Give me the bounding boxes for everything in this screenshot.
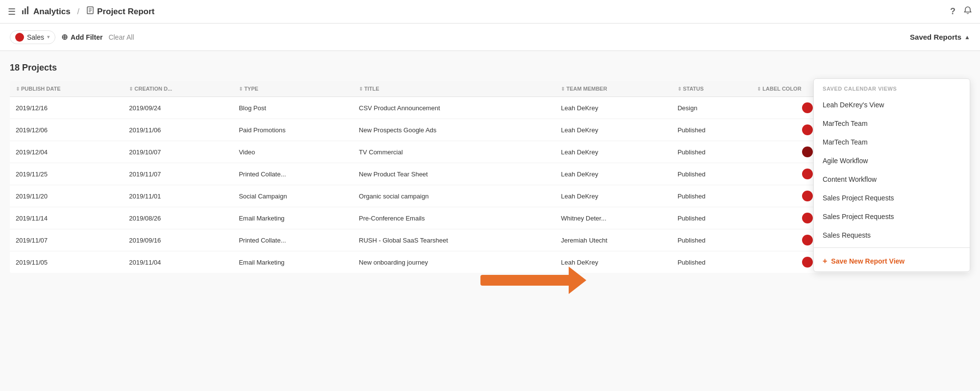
cell-type: Printed Collate... bbox=[233, 163, 353, 185]
dropdown-item[interactable]: Sales Project Requests bbox=[814, 207, 970, 226]
save-new-report-view-button[interactable]: + Save New Report View bbox=[814, 251, 970, 271]
saved-reports-button[interactable]: Saved Reports ▲ bbox=[910, 33, 970, 41]
cell-status: Published bbox=[672, 185, 751, 207]
cell-team-member: Whitney Deter... bbox=[555, 207, 672, 229]
dropdown-item[interactable]: Content Workflow bbox=[814, 170, 970, 189]
cell-team-member: Leah DeKrey bbox=[555, 251, 672, 273]
cell-status: Published bbox=[672, 163, 751, 185]
cell-type: Email Marketing bbox=[233, 207, 353, 229]
sort-icon: ⇕ bbox=[16, 86, 20, 92]
cell-publish-date: 2019/11/25 bbox=[10, 163, 123, 185]
cell-status: Published bbox=[672, 207, 751, 229]
add-filter-button[interactable]: ⊕ Add Filter bbox=[61, 32, 102, 42]
label-color-dot bbox=[802, 102, 813, 113]
label-color-dot bbox=[802, 191, 813, 201]
sales-filter-label: Sales bbox=[27, 33, 44, 41]
clear-all-button[interactable]: Clear All bbox=[108, 33, 134, 41]
menu-icon[interactable]: ☰ bbox=[8, 6, 16, 17]
sort-icon: ⇕ bbox=[678, 86, 681, 92]
cell-type: Video bbox=[233, 141, 353, 163]
svg-rect-2 bbox=[27, 6, 28, 14]
cell-publish-date: 2019/12/04 bbox=[10, 141, 123, 163]
header-actions: ? bbox=[950, 6, 972, 17]
save-icon: + bbox=[823, 257, 827, 266]
cell-team-member: Jeremiah Utecht bbox=[555, 229, 672, 251]
cell-team-member: Leah DeKrey bbox=[555, 141, 672, 163]
cell-team-member: Leah DeKrey bbox=[555, 119, 672, 141]
toolbar: Sales ▾ ⊕ Add Filter Clear All Saved Rep… bbox=[0, 24, 980, 51]
cell-publish-date: 2019/11/20 bbox=[10, 185, 123, 207]
plus-icon: ⊕ bbox=[61, 32, 68, 42]
cell-type: Blog Post bbox=[233, 97, 353, 119]
arrow-shaft bbox=[480, 275, 569, 286]
cell-creation-d: 2019/11/04 bbox=[123, 251, 233, 273]
cell-type: Email Marketing bbox=[233, 251, 353, 273]
cell-publish-date: 2019/11/05 bbox=[10, 251, 123, 273]
col-creation-d[interactable]: ⇕CREATION D... bbox=[123, 81, 233, 97]
cell-title: Organic social campaign bbox=[353, 185, 555, 207]
saved-reports-label: Saved Reports bbox=[910, 33, 961, 41]
cell-publish-date: 2019/12/16 bbox=[10, 97, 123, 119]
cell-title: CSV Product Announcement bbox=[353, 97, 555, 119]
sales-filter-badge[interactable]: Sales ▾ bbox=[10, 30, 55, 44]
page-title-text: Project Report bbox=[97, 7, 154, 17]
svg-rect-1 bbox=[25, 8, 26, 14]
cell-creation-d: 2019/11/07 bbox=[123, 163, 233, 185]
dropdown-section-label: SAVED CALENDAR VIEWS bbox=[814, 79, 970, 96]
cell-creation-d: 2019/09/24 bbox=[123, 97, 233, 119]
col-type[interactable]: ⇕TYPE bbox=[233, 81, 353, 97]
cell-title: New onboarding journey bbox=[353, 251, 555, 273]
cell-publish-date: 2019/11/07 bbox=[10, 229, 123, 251]
cell-status: Published bbox=[672, 119, 751, 141]
dropdown-item[interactable]: Sales Requests bbox=[814, 226, 970, 244]
page-icon bbox=[86, 6, 94, 17]
saved-reports-dropdown: SAVED CALENDAR VIEWS Leah DeKrey's ViewM… bbox=[813, 78, 970, 272]
analytics-nav[interactable]: Analytics bbox=[22, 6, 71, 17]
cell-publish-date: 2019/11/14 bbox=[10, 207, 123, 229]
sales-filter-dot bbox=[15, 33, 24, 42]
svg-rect-0 bbox=[22, 10, 24, 14]
label-color-dot bbox=[802, 147, 813, 157]
cell-team-member: Leah DeKrey bbox=[555, 97, 672, 119]
header: ☰ Analytics / Project Report ? bbox=[0, 0, 980, 24]
main-content: 18 Projects ⇕PUBLISH DATE ⇕CREATION D...… bbox=[0, 51, 980, 391]
label-color-dot bbox=[802, 213, 813, 223]
cell-status: Published bbox=[672, 141, 751, 163]
sort-icon: ⇕ bbox=[561, 86, 565, 92]
sort-icon: ⇕ bbox=[359, 86, 363, 92]
sort-icon: ⇕ bbox=[239, 86, 243, 92]
page-title: Project Report bbox=[86, 6, 154, 17]
col-title[interactable]: ⇕TITLE bbox=[353, 81, 555, 97]
dropdown-item[interactable]: MarTech Team bbox=[814, 114, 970, 133]
cell-type: Paid Promotions bbox=[233, 119, 353, 141]
cell-title: Pre-Conference Emails bbox=[353, 207, 555, 229]
bell-icon[interactable] bbox=[963, 6, 972, 17]
dropdown-item[interactable]: Leah DeKrey's View bbox=[814, 96, 970, 114]
analytics-label: Analytics bbox=[33, 7, 71, 17]
dropdown-items-container: Leah DeKrey's ViewMarTech TeamMarTech Te… bbox=[814, 96, 970, 244]
cell-type: Printed Collate... bbox=[233, 229, 353, 251]
dropdown-item[interactable]: Agile Workflow bbox=[814, 151, 970, 170]
sort-icon: ⇕ bbox=[757, 86, 761, 92]
label-color-dot bbox=[802, 257, 813, 268]
projects-count: 18 Projects bbox=[10, 63, 970, 73]
cell-type: Social Campaign bbox=[233, 185, 353, 207]
cell-title: New Product Tear Sheet bbox=[353, 163, 555, 185]
dropdown-item[interactable]: Sales Project Requests bbox=[814, 189, 970, 207]
col-team-member[interactable]: ⇕TEAM MEMBER bbox=[555, 81, 672, 97]
cell-creation-d: 2019/09/16 bbox=[123, 229, 233, 251]
cell-title: TV Commercial bbox=[353, 141, 555, 163]
breadcrumb-separator: / bbox=[77, 7, 79, 16]
label-color-dot bbox=[802, 124, 813, 135]
col-status[interactable]: ⇕STATUS bbox=[672, 81, 751, 97]
dropdown-item[interactable]: MarTech Team bbox=[814, 133, 970, 151]
col-publish-date[interactable]: ⇕PUBLISH DATE bbox=[10, 81, 123, 97]
cell-creation-d: 2019/08/26 bbox=[123, 207, 233, 229]
cell-publish-date: 2019/12/06 bbox=[10, 119, 123, 141]
analytics-icon bbox=[22, 6, 30, 17]
help-icon[interactable]: ? bbox=[950, 6, 955, 17]
sort-icon: ⇕ bbox=[129, 86, 133, 92]
dropdown-divider bbox=[814, 247, 970, 248]
label-color-dot bbox=[802, 169, 813, 179]
add-filter-label: Add Filter bbox=[71, 33, 102, 41]
